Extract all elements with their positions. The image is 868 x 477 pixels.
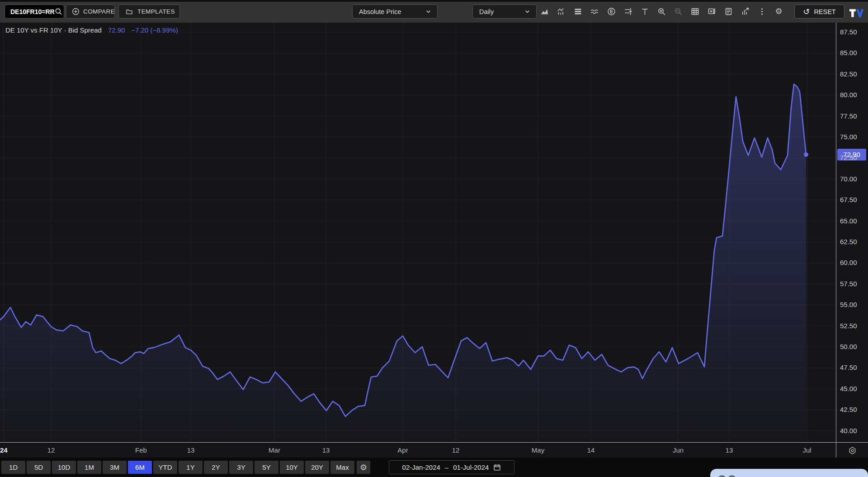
price-axis-label: 42.50 (840, 406, 867, 413)
plus-circle-icon (72, 8, 80, 15)
templates-button[interactable]: TEMPLATES (118, 5, 180, 19)
events-e-circle-icon-button[interactable] (603, 5, 620, 19)
price-axis-label: 60.00 (840, 259, 867, 266)
interval-value: Daily (479, 8, 494, 15)
price-axis-label: 52.50 (840, 322, 867, 330)
range-button-ytd[interactable]: YTD (153, 461, 177, 474)
range-button-1d[interactable]: 1D (1, 461, 25, 474)
measure-icon-button[interactable] (703, 5, 720, 19)
date-separator: – (445, 463, 448, 471)
text-tool-icon-button[interactable] (637, 5, 653, 19)
journal-icon (724, 7, 733, 16)
collab-widget[interactable]: Untitled (710, 469, 868, 477)
legend-last-price: 72.90 (108, 26, 125, 34)
legend-title: DE 10Y vs FR 10Y · Bid Spread (5, 26, 102, 34)
price-chart[interactable]: DE 10Y vs FR 10Y · Bid Spread 72.90 −7.2… (0, 23, 836, 442)
settings-gear-icon-button[interactable]: ⚙ (770, 5, 787, 19)
range-button-10y[interactable]: 10Y (280, 461, 304, 474)
compare-label: COMPARE (83, 8, 115, 15)
range-button-10d[interactable]: 10D (52, 461, 76, 474)
price-mode-dropdown[interactable]: Absolute Price (352, 5, 438, 19)
time-axis-label: Feb (135, 446, 147, 454)
time-axis-label: May (532, 446, 544, 454)
compare-button[interactable]: COMPARE (66, 5, 115, 19)
range-button-1m[interactable]: 1M (77, 461, 101, 474)
calendar-icon (493, 463, 501, 471)
settings-gear-icon: ⚙ (775, 7, 782, 16)
avatar (726, 474, 737, 477)
symbol-text: DE10FR10=RR (10, 8, 55, 15)
rows-layout-icon-button[interactable] (570, 5, 586, 19)
waves-overlay-icon-button[interactable] (586, 5, 603, 19)
price-axis-label: 45.00 (840, 385, 867, 392)
time-axis-row: 2412Feb13Mar13Apr12May14Jun13Jul (0, 442, 868, 458)
date-from: 02-Jan-2024 (402, 463, 440, 471)
date-range-field[interactable]: 02-Jan-2024 – 01-Jul-2024 (389, 460, 514, 474)
gear-icon: ⚙ (360, 463, 367, 472)
hexagon-gear-icon (848, 446, 857, 455)
date-to: 01-Jul-2024 (453, 463, 489, 471)
search-icon (55, 8, 62, 15)
rows-layout-icon (574, 7, 582, 16)
measure-icon (708, 7, 716, 16)
toolbar-icon-strip: ⚙ (536, 5, 787, 19)
price-mode-value: Absolute Price (359, 8, 401, 15)
price-axis-label: 82.50 (840, 70, 867, 78)
time-scale[interactable]: 2412Feb13Mar13Apr12May14Jun13Jul (0, 443, 836, 458)
zoom-out-icon-button[interactable] (670, 5, 687, 19)
time-axis-label: 13 (322, 446, 330, 454)
price-axis-label: 55.00 (840, 301, 867, 308)
tradingview-logo[interactable] (849, 9, 864, 18)
chart-stats-icon-button[interactable] (737, 5, 754, 19)
range-button-3m[interactable]: 3M (103, 461, 127, 474)
range-button-max[interactable]: Max (330, 461, 354, 474)
range-button-20y[interactable]: 20Y (305, 461, 329, 474)
candles-chart-icon (557, 7, 566, 16)
price-axis-label: 40.00 (840, 427, 867, 434)
time-axis-label: 12 (452, 446, 460, 454)
price-axis-label: 87.50 (840, 28, 867, 36)
range-button-5d[interactable]: 5D (27, 461, 51, 474)
interval-dropdown[interactable]: Daily (472, 5, 537, 19)
reset-label: RESET (814, 8, 835, 15)
avatar (717, 474, 727, 477)
chart-legend: DE 10Y vs FR 10Y · Bid Spread 72.90 −7.2… (5, 26, 178, 34)
candles-chart-icon-button[interactable] (553, 5, 570, 19)
axis-settings-corner[interactable] (836, 443, 868, 458)
range-button-6m[interactable]: 6M (128, 461, 152, 474)
kebab-menu-icon-button[interactable] (754, 5, 770, 19)
time-axis-label: Jul (802, 446, 811, 454)
chart-toolbar: DE10FR10=RR COMPARE TEMPLATES Absolute P… (0, 2, 868, 23)
price-axis-label: 65.00 (840, 217, 867, 225)
events-e-circle-icon (607, 7, 616, 16)
templates-label: TEMPLATES (137, 8, 175, 15)
time-axis-label: Jun (673, 446, 684, 454)
date-range-buttons: 1D5D10D1M3M6MYTD1Y2Y3Y5Y10Y20YMax (1, 461, 354, 474)
price-scale[interactable]: 72.90 87.5085.0082.5080.0077.5075.0072.5… (836, 23, 868, 442)
range-button-2y[interactable]: 2Y (204, 461, 228, 474)
folder-icon (125, 8, 133, 15)
range-button-1y[interactable]: 1Y (179, 461, 203, 474)
zoom-out-icon (674, 7, 683, 16)
data-table-icon-button[interactable] (687, 5, 703, 19)
price-axis-label: 77.50 (840, 112, 867, 120)
reset-button[interactable]: ↺ RESET (794, 5, 844, 19)
data-table-icon (691, 7, 699, 16)
price-axis-label: 80.00 (840, 91, 867, 99)
scale-adjust-icon-button[interactable] (620, 5, 637, 19)
reset-arrow-icon: ↺ (803, 8, 810, 16)
symbol-search-input[interactable]: DE10FR10=RR (5, 5, 64, 19)
range-button-3y[interactable]: 3Y (229, 461, 253, 474)
area-chart-icon-button[interactable] (536, 5, 553, 19)
journal-icon-button[interactable] (720, 5, 737, 19)
time-axis-label: Mar (269, 446, 280, 454)
range-settings-button[interactable]: ⚙ (357, 461, 370, 474)
price-axis-label: 57.50 (840, 280, 867, 288)
time-axis-label: 13 (726, 446, 733, 454)
price-axis-label: 70.00 (840, 175, 867, 183)
zoom-in-icon-button[interactable] (653, 5, 670, 19)
price-axis-label: 62.50 (840, 238, 867, 246)
price-chart-canvas (0, 23, 836, 442)
text-tool-icon (641, 7, 649, 16)
range-button-5y[interactable]: 5Y (255, 461, 278, 474)
